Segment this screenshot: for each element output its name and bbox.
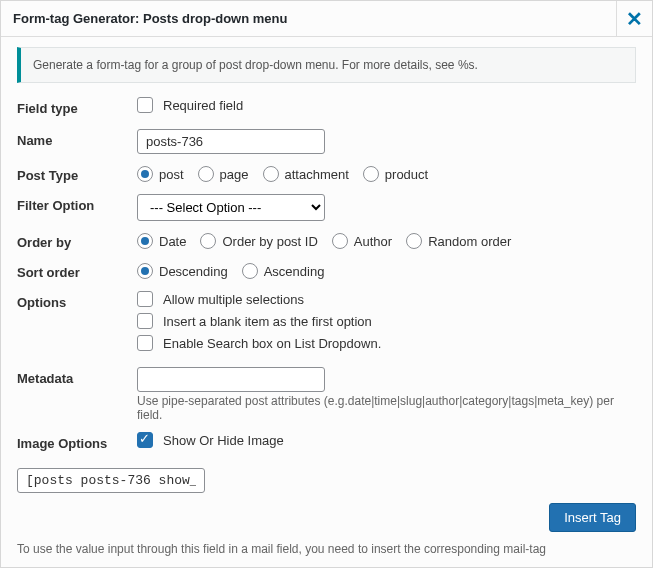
label-name: Name <box>17 129 137 148</box>
metadata-hint: Use pipe-separated post attributes (e.g.… <box>137 394 636 422</box>
multiple-label: Allow multiple selections <box>163 292 304 307</box>
blank-checkbox[interactable] <box>137 313 153 329</box>
show-image-label: Show Or Hide Image <box>163 433 284 448</box>
label-image-options: Image Options <box>17 432 137 451</box>
close-button[interactable]: ✕ <box>616 1 652 37</box>
usage-note: To use the value input through this fiel… <box>17 542 636 556</box>
required-label: Required field <box>163 98 243 113</box>
orderby-date-radio[interactable] <box>137 233 153 249</box>
info-notice: Generate a form-tag for a group of post … <box>17 47 636 83</box>
orderby-id-label: Order by post ID <box>222 234 317 249</box>
label-field-type: Field type <box>17 97 137 116</box>
tag-output[interactable] <box>17 468 205 493</box>
orderby-random-label: Random order <box>428 234 511 249</box>
orderby-date-label: Date <box>159 234 186 249</box>
filter-option-select[interactable]: --- Select Option --- <box>137 194 325 221</box>
label-sort-order: Sort order <box>17 261 137 280</box>
post-type-post-radio[interactable] <box>137 166 153 182</box>
blank-label: Insert a blank item as the first option <box>163 314 372 329</box>
form-tag-dialog: Form-tag Generator: Posts drop-down menu… <box>0 0 653 568</box>
post-type-product-radio[interactable] <box>363 166 379 182</box>
post-type-attachment-label: attachment <box>285 167 349 182</box>
label-metadata: Metadata <box>17 367 137 386</box>
show-image-checkbox[interactable] <box>137 432 153 448</box>
orderby-author-label: Author <box>354 234 392 249</box>
label-options: Options <box>17 291 137 310</box>
post-type-product-label: product <box>385 167 428 182</box>
label-post-type: Post Type <box>17 164 137 183</box>
orderby-id-radio[interactable] <box>200 233 216 249</box>
sort-asc-label: Ascending <box>264 264 325 279</box>
dialog-title: Form-tag Generator: Posts drop-down menu <box>13 11 287 26</box>
search-label: Enable Search box on List Dropdown. <box>163 336 381 351</box>
sort-desc-label: Descending <box>159 264 228 279</box>
post-type-page-radio[interactable] <box>198 166 214 182</box>
dialog-header: Form-tag Generator: Posts drop-down menu… <box>1 1 652 37</box>
insert-tag-button[interactable]: Insert Tag <box>549 503 636 532</box>
post-type-attachment-radio[interactable] <box>263 166 279 182</box>
name-input[interactable] <box>137 129 325 154</box>
multiple-checkbox[interactable] <box>137 291 153 307</box>
close-icon: ✕ <box>626 7 643 31</box>
required-checkbox[interactable] <box>137 97 153 113</box>
orderby-author-radio[interactable] <box>332 233 348 249</box>
post-type-post-label: post <box>159 167 184 182</box>
search-checkbox[interactable] <box>137 335 153 351</box>
label-order-by: Order by <box>17 231 137 250</box>
dialog-body[interactable]: Generate a form-tag for a group of post … <box>1 37 652 567</box>
sort-desc-radio[interactable] <box>137 263 153 279</box>
metadata-input[interactable] <box>137 367 325 392</box>
post-type-page-label: page <box>220 167 249 182</box>
orderby-random-radio[interactable] <box>406 233 422 249</box>
label-filter-option: Filter Option <box>17 194 137 213</box>
sort-asc-radio[interactable] <box>242 263 258 279</box>
